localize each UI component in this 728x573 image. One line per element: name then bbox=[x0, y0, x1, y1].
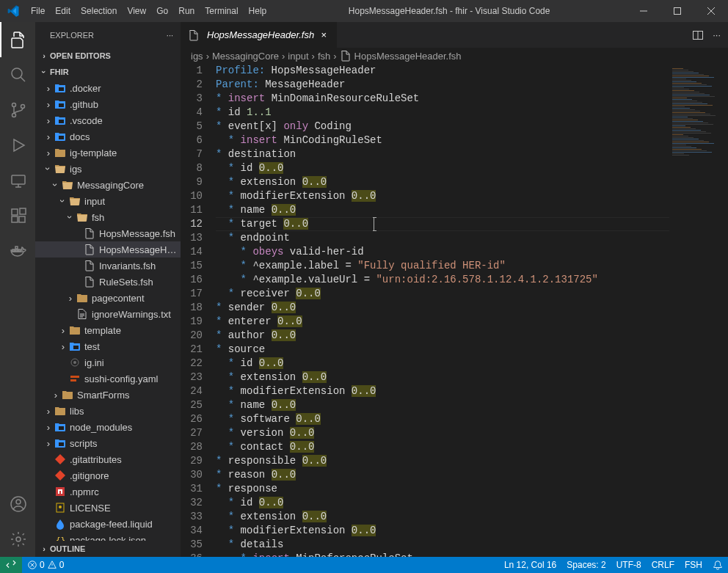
activity-run-debug[interactable] bbox=[0, 128, 35, 163]
tree-item[interactable]: RuleSets.fsh bbox=[35, 274, 181, 290]
window-maximize-button[interactable] bbox=[660, 0, 694, 22]
tabs-bar: HopsMessageHeader.fsh × ··· bbox=[181, 22, 728, 48]
section-outline[interactable]: › OUTLINE bbox=[35, 541, 181, 557]
code-area[interactable]: Profile: HopsMessageHeader Parent: Messa… bbox=[216, 64, 728, 557]
chevron-right-icon: › bbox=[38, 51, 50, 60]
sidebar-more-icon[interactable]: ··· bbox=[167, 31, 173, 40]
tree-item[interactable]: ›libs bbox=[35, 403, 181, 419]
breadcrumb-item[interactable]: igs bbox=[191, 51, 203, 62]
tree-item[interactable]: Invariants.fsh bbox=[35, 258, 181, 274]
status-remote-button[interactable] bbox=[0, 557, 22, 573]
file-tree: ›.docker›.github›.vscode›docs›ig-templat… bbox=[35, 80, 181, 541]
chevron-right-icon: › bbox=[43, 98, 54, 110]
tree-item[interactable]: ›scripts bbox=[35, 435, 181, 451]
breadcrumbs[interactable]: igs›MessagingCore›input›fsh›HopsMessageH… bbox=[181, 48, 728, 64]
activity-settings[interactable] bbox=[0, 522, 35, 557]
activity-extensions[interactable] bbox=[0, 198, 35, 233]
line-number: 5 bbox=[181, 120, 203, 134]
tree-item[interactable]: ›fsh bbox=[35, 209, 181, 225]
tab-hopsmessageheader[interactable]: HopsMessageHeader.fsh × bbox=[181, 22, 337, 48]
svg-rect-17 bbox=[59, 87, 64, 91]
spacer bbox=[43, 453, 54, 465]
menu-view[interactable]: View bbox=[122, 0, 151, 22]
breadcrumb-item[interactable]: HopsMessageHeader.fsh bbox=[340, 50, 462, 62]
spacer bbox=[72, 260, 84, 271]
tree-item[interactable]: .npmrc bbox=[35, 483, 181, 500]
section-workspace-folder[interactable]: › FHIR bbox=[35, 64, 181, 80]
status-spaces[interactable]: Spaces: 2 bbox=[561, 557, 611, 573]
tree-item[interactable]: HopsMessageHea... bbox=[35, 241, 181, 258]
tree-label: libs bbox=[70, 406, 84, 417]
menu-selection[interactable]: Selection bbox=[76, 0, 122, 22]
line-number: 7 bbox=[181, 147, 203, 161]
tree-label: HopsMessageHea... bbox=[99, 244, 181, 255]
tree-item[interactable]: ›.docker bbox=[35, 80, 181, 96]
tree-item[interactable]: {}package-lock.json bbox=[35, 532, 181, 541]
window-minimize-button[interactable] bbox=[627, 0, 660, 22]
status-eol[interactable]: CRLF bbox=[647, 557, 680, 573]
activity-source-control[interactable] bbox=[0, 92, 35, 128]
tab-close-icon[interactable]: × bbox=[318, 29, 330, 41]
tree-item[interactable]: ›.github bbox=[35, 96, 181, 112]
current-line-highlight bbox=[216, 217, 728, 231]
sidebar-header: EXPLORER ··· bbox=[35, 22, 181, 48]
breadcrumb-item[interactable]: MessagingCore bbox=[212, 51, 279, 62]
tree-item[interactable]: ›node_modules bbox=[35, 419, 181, 435]
split-editor-icon[interactable] bbox=[692, 29, 704, 41]
tree-item[interactable]: ›pagecontent bbox=[35, 290, 181, 306]
section-open-editors[interactable]: › OPEN EDITORS bbox=[35, 48, 181, 64]
window-close-button[interactable] bbox=[694, 0, 728, 22]
minimap[interactable] bbox=[669, 64, 728, 557]
tree-label: HopsMessage.fsh bbox=[99, 228, 175, 239]
status-notifications-icon[interactable] bbox=[707, 557, 728, 573]
tree-label: .vscode bbox=[70, 115, 103, 126]
folder-icon bbox=[54, 405, 66, 417]
menu-file[interactable]: File bbox=[26, 0, 50, 22]
chevron-down-icon: › bbox=[43, 163, 54, 175]
line-number: 2 bbox=[181, 78, 203, 92]
tree-item[interactable]: HopsMessage.fsh bbox=[35, 225, 181, 241]
activity-accounts[interactable] bbox=[0, 486, 35, 522]
status-encoding[interactable]: UTF-8 bbox=[611, 557, 647, 573]
menu-edit[interactable]: Edit bbox=[50, 0, 76, 22]
editor-content[interactable]: 1234567891011121314151617181920212223242… bbox=[181, 64, 728, 557]
activity-docker[interactable] bbox=[0, 233, 35, 269]
tree-item[interactable]: ›SmartForms bbox=[35, 387, 181, 403]
tree-item[interactable]: ›.vscode bbox=[35, 112, 181, 128]
tree-label: package-lock.json bbox=[70, 535, 146, 541]
activity-explorer[interactable] bbox=[0, 22, 35, 57]
tree-item[interactable]: ›test bbox=[35, 338, 181, 354]
tree-item[interactable]: ›MessagingCore bbox=[35, 177, 181, 193]
activity-search[interactable] bbox=[0, 57, 35, 92]
tree-item[interactable]: ›ig-template bbox=[35, 145, 181, 161]
tree-item[interactable]: ›igs bbox=[35, 161, 181, 177]
tree-item[interactable]: LICENSE bbox=[35, 500, 181, 516]
breadcrumb-item[interactable]: input bbox=[288, 51, 308, 62]
tree-label: test bbox=[84, 341, 100, 352]
svg-rect-27 bbox=[59, 442, 64, 446]
status-problems[interactable]: 0 0 bbox=[22, 557, 69, 573]
chevron-right-icon: › bbox=[330, 51, 339, 62]
tree-item[interactable]: ignoreWarnings.txt bbox=[35, 306, 181, 322]
tree-item[interactable]: ›template bbox=[35, 322, 181, 338]
tree-item[interactable]: ig.ini bbox=[35, 354, 181, 371]
status-ln-col[interactable]: Ln 12, Col 16 bbox=[499, 557, 561, 573]
tree-item[interactable]: .gitattributes bbox=[35, 451, 181, 467]
tree-item[interactable]: ›input bbox=[35, 193, 181, 209]
tree-label: package-feed.liquid bbox=[70, 519, 153, 530]
tree-label: .npmrc bbox=[70, 486, 99, 497]
breadcrumb-item[interactable]: fsh bbox=[318, 51, 330, 62]
status-language[interactable]: FSH bbox=[680, 557, 707, 573]
line-number: 4 bbox=[181, 106, 203, 120]
tree-item[interactable]: ›docs bbox=[35, 128, 181, 145]
menu-go[interactable]: Go bbox=[151, 0, 173, 22]
tree-item[interactable]: .gitignore bbox=[35, 467, 181, 483]
tree-item[interactable]: package-feed.liquid bbox=[35, 516, 181, 532]
activity-remote[interactable] bbox=[0, 163, 35, 198]
tree-item[interactable]: sushi-config.yaml bbox=[35, 371, 181, 387]
spacer bbox=[57, 373, 69, 384]
menu-help[interactable]: Help bbox=[244, 0, 272, 22]
menu-run[interactable]: Run bbox=[173, 0, 200, 22]
menu-terminal[interactable]: Terminal bbox=[200, 0, 243, 22]
editor-more-icon[interactable]: ··· bbox=[713, 29, 721, 40]
